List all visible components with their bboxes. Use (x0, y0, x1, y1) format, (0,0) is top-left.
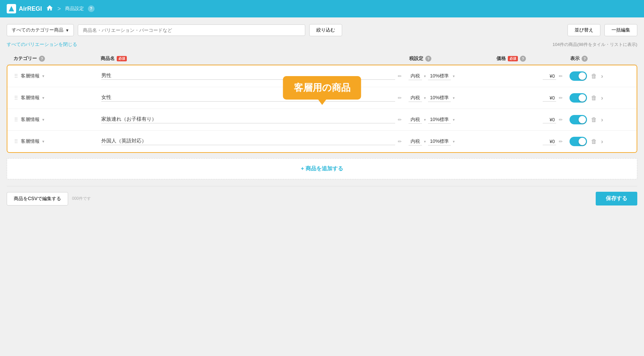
csv-edit-button[interactable]: 商品をCSVで編集する (7, 192, 68, 205)
drag-handle-3[interactable]: ⠿ (14, 138, 18, 145)
drag-handle-2[interactable]: ⠿ (14, 117, 18, 123)
chevron-down-icon: ▾ (66, 27, 68, 33)
category-chevron-1[interactable]: ▾ (42, 96, 44, 100)
tax-cell-0: 内税 ▾ 10%標準 ▾ (409, 72, 496, 80)
product-name-required-badge: 必須 (117, 56, 127, 61)
display-cell-2: 🗑 › (570, 115, 630, 124)
delete-icon-1[interactable]: 🗑 (591, 95, 597, 102)
header-category: カテゴリー ? (13, 56, 101, 62)
logo-icon (7, 4, 16, 13)
drag-handle-1[interactable]: ⠿ (14, 95, 18, 101)
product-name-3: 外国人（英語対応） (101, 138, 395, 145)
svg-marker-0 (9, 6, 14, 11)
price-required-badge: 必須 (508, 56, 518, 61)
header: AirREGI > 商品設定 ? (0, 0, 644, 17)
display-toggle-0[interactable] (570, 71, 587, 81)
display-cell-3: 🗑 › (570, 137, 630, 146)
category-chevron-3[interactable]: ▾ (42, 139, 44, 144)
display-toggle-3[interactable] (570, 137, 587, 146)
price-cell-0: ¥0 ✏ (496, 73, 570, 80)
category-chevron-2[interactable]: ▾ (42, 117, 44, 122)
home-icon[interactable] (46, 4, 53, 13)
tooltip-bubble: 客層用の商品 (283, 76, 361, 100)
filter-bar: すべてのカテゴリー商品 ▾ 絞り込む 並び替え 一括編集 (7, 24, 637, 36)
product-name-cell-0: 男性 ✏ (101, 72, 409, 80)
detail-arrow-0[interactable]: › (601, 73, 603, 80)
filter-button[interactable]: 絞り込む (309, 24, 342, 36)
delete-icon-2[interactable]: 🗑 (591, 116, 597, 123)
price-value-0: ¥0 (543, 73, 556, 80)
tax-rate-0[interactable]: 10%標準 (428, 72, 451, 80)
main-content: すべてのカテゴリー商品 ▾ 絞り込む 並び替え 一括編集 すべてのバリエーション… (0, 17, 644, 356)
add-product-label: + 商品を追加する (301, 166, 343, 171)
tax-rate-3[interactable]: 10%標準 (428, 138, 451, 145)
detail-arrow-2[interactable]: › (601, 116, 603, 123)
category-name-2: 客層情報 (21, 117, 40, 123)
tax-rate-2[interactable]: 10%標準 (428, 116, 451, 124)
price-cell-3: ¥0 ✏ (496, 138, 570, 145)
table-row: ⠿ 客層情報 ▾ 外国人（英語対応） ✏ 内税 ▾ 10%標準 ▾ ¥0 ✏ (7, 131, 637, 152)
price-edit-icon-0[interactable]: ✏ (559, 73, 563, 79)
save-button[interactable]: 保存する (596, 192, 637, 205)
price-edit-icon-1[interactable]: ✏ (559, 95, 563, 101)
delete-icon-0[interactable]: 🗑 (591, 73, 597, 80)
bottom-bar: 商品をCSVで編集する 000件です 保存する (7, 186, 637, 211)
product-name-2: 家族連れ（お子様有り） (101, 116, 395, 123)
search-input[interactable] (78, 24, 305, 36)
tax-type-chevron-3: ▾ (424, 139, 426, 144)
sort-button[interactable]: 並び替え (568, 24, 600, 36)
category-chevron-0[interactable]: ▾ (42, 74, 44, 78)
product-count: 104件の商品(98件をタイル・リストに表示) (552, 42, 637, 48)
display-toggle-2[interactable] (570, 115, 587, 124)
header-product-name: 商品名 必須 (101, 56, 409, 62)
display-cell-0: 🗑 › (570, 71, 630, 81)
price-value-2: ¥0 (543, 116, 556, 123)
tooltip-text: 客層用の商品 (294, 82, 351, 93)
category-help-icon[interactable]: ? (39, 56, 45, 62)
header-display: 表示 ? (570, 56, 631, 62)
product-name-edit-icon-1[interactable]: ✏ (398, 95, 402, 101)
product-name-cell-1: 女性 ✏ (101, 94, 409, 102)
content-wrapper: すべてのカテゴリー商品 ▾ 絞り込む 並び替え 一括編集 すべてのバリエーション… (7, 24, 637, 211)
close-variations-link[interactable]: すべてのバリエーションを閉じる (7, 42, 77, 48)
price-edit-icon-2[interactable]: ✏ (559, 117, 563, 122)
product-name-edit-icon-0[interactable]: ✏ (398, 73, 402, 79)
display-cell-1: 🗑 › (570, 93, 630, 103)
tax-type-1[interactable]: 内税 (409, 94, 422, 102)
header-price: 価格 必須 ? (496, 56, 570, 62)
drag-handle-0[interactable]: ⠿ (14, 73, 18, 79)
sub-bar: すべてのバリエーションを閉じる 104件の商品(98件をタイル・リストに表示) (7, 42, 637, 48)
category-cell-0: ⠿ 客層情報 ▾ (14, 73, 101, 79)
tax-type-0[interactable]: 内税 (409, 72, 422, 80)
tax-help-icon[interactable]: ? (425, 56, 431, 62)
bottom-note: 000件です (72, 196, 91, 201)
table-row: ⠿ 客層情報 ▾ 家族連れ（お子様有り） ✏ 内税 ▾ 10%標準 ▾ ¥0 ✏ (7, 109, 637, 131)
tax-type-2[interactable]: 内税 (409, 116, 422, 124)
breadcrumb-separator: > (57, 5, 61, 12)
tax-type-chevron-1: ▾ (424, 96, 426, 100)
logo-text: AirREGI (19, 5, 42, 12)
detail-arrow-3[interactable]: › (601, 138, 603, 145)
tax-type-3[interactable]: 内税 (409, 138, 422, 145)
delete-icon-3[interactable]: 🗑 (591, 138, 597, 145)
category-dropdown[interactable]: すべてのカテゴリー商品 ▾ (7, 24, 74, 36)
product-name-cell-3: 外国人（英語対応） ✏ (101, 138, 409, 145)
table-header: カテゴリー ? 商品名 必須 税設定 ? 価格 必須 ? 表示 ? (7, 53, 637, 65)
add-product-bar[interactable]: + 商品を追加する (7, 158, 637, 179)
price-edit-icon-3[interactable]: ✏ (559, 139, 563, 144)
detail-arrow-1[interactable]: › (601, 95, 603, 102)
display-toggle-1[interactable] (570, 93, 587, 103)
display-help-icon[interactable]: ? (582, 56, 588, 62)
logo: AirREGI (7, 4, 42, 13)
product-name-edit-icon-2[interactable]: ✏ (398, 117, 402, 122)
header-help-icon[interactable]: ? (88, 5, 95, 12)
bulk-edit-button[interactable]: 一括編集 (604, 24, 637, 36)
product-name-edit-icon-3[interactable]: ✏ (398, 139, 402, 144)
price-value-3: ¥0 (543, 138, 556, 145)
price-help-icon[interactable]: ? (520, 56, 526, 62)
category-name-0: 客層情報 (21, 73, 40, 79)
tax-rate-1[interactable]: 10%標準 (428, 94, 451, 102)
category-dropdown-label: すべてのカテゴリー商品 (12, 27, 63, 33)
category-name-3: 客層情報 (21, 138, 40, 144)
category-cell-2: ⠿ 客層情報 ▾ (14, 117, 101, 123)
